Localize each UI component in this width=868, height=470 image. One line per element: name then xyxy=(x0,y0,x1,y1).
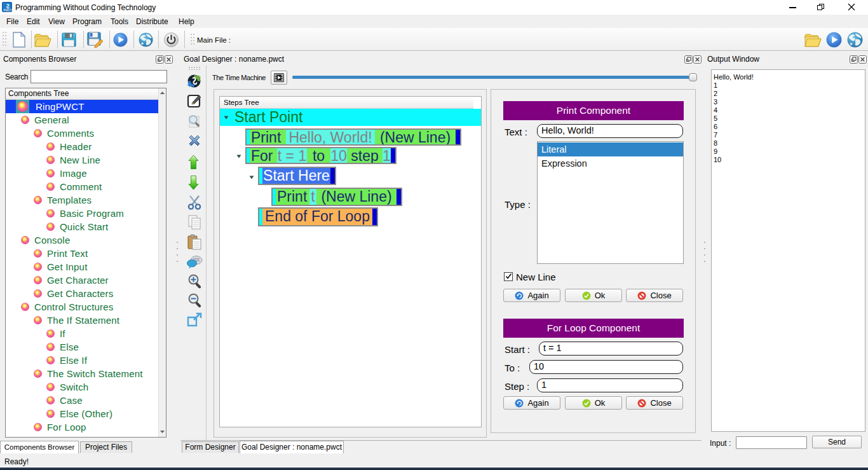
svg-text:PWCT: PWCT xyxy=(3,9,11,12)
